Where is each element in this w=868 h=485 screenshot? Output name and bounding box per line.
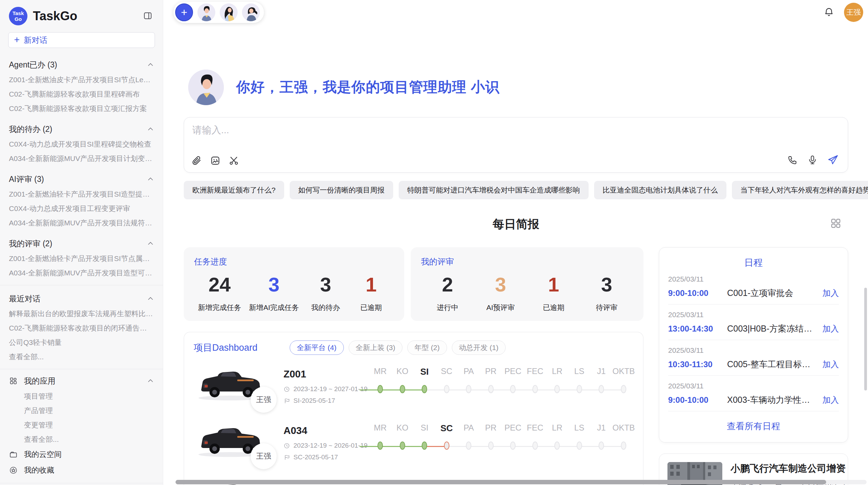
schedule-event: 2025/03/119:00-10:00C001-立项审批会加入: [668, 269, 839, 304]
project-flag: SC-2025-05-17: [284, 453, 359, 461]
notifications-button[interactable]: [823, 7, 834, 18]
milestone-node: [621, 385, 626, 393]
milestone-node: [444, 442, 449, 450]
plus-icon: +: [181, 6, 188, 19]
dashboard-header: 项目Dashboard 全新平台 (4)全新上装 (3)年型 (2)动总开发 (…: [194, 340, 634, 355]
stat-label: 已逾期: [535, 303, 572, 312]
section-title: 最近对话: [9, 294, 40, 304]
stat-value: 3: [307, 269, 345, 300]
sidebar-section-header[interactable]: Agent已办 (3): [9, 57, 154, 73]
milestone-label: MR: [369, 366, 391, 376]
stat-label: 我的待办: [307, 303, 345, 312]
chevron-up-icon: [147, 61, 154, 68]
user-name: 王强: [846, 8, 861, 17]
stat-value: 3: [588, 269, 626, 300]
sidebar-section-header[interactable]: 最近对话: [9, 291, 154, 307]
clock-icon: [284, 443, 290, 449]
dashboard-tab[interactable]: 动总开发 (1): [452, 340, 506, 355]
sidebar-item[interactable]: C02-飞腾新能源轻客改款项目的闭环通告反馈情况: [9, 321, 154, 335]
screenshot-button[interactable]: [229, 156, 239, 167]
join-link[interactable]: 加入: [822, 288, 839, 299]
avatar[interactable]: [220, 3, 238, 21]
dashboard-tab[interactable]: 年型 (2): [407, 340, 447, 355]
dashboard-tab[interactable]: 全新平台 (4): [290, 340, 344, 355]
sidebar-item[interactable]: A034-全新新能源MUV产品开发项目计划变更表编写: [9, 151, 154, 166]
shortcut-label: 我的云空间: [24, 449, 62, 460]
sidebar-item[interactable]: C02-飞腾新能源轻客改款项目立项汇报方案: [9, 101, 154, 116]
sidebar-item[interactable]: C0X4-动力总成开发项目SI里程碑提交物检查: [9, 137, 154, 151]
stat: 1已逾期: [352, 269, 390, 312]
dashboard-tab[interactable]: 全新上装 (3): [349, 340, 403, 355]
horizontal-scrollbar[interactable]: [176, 480, 826, 484]
project-row[interactable]: 王强A0342023-12-19 ~ 2026-01-19SC-2025-05-…: [194, 418, 634, 468]
sidebar-item[interactable]: C0X4-动力总成开发项目工程变更评审: [9, 201, 154, 216]
suggestion-chip[interactable]: 如何写一份清晰的项目周报: [290, 181, 393, 199]
chat-input[interactable]: [192, 123, 774, 143]
new-chat-button[interactable]: + 新对话: [8, 32, 155, 48]
app-title: TaskGo: [33, 9, 142, 23]
suggestion-chip[interactable]: 欧洲新规最近颁布了什么?: [184, 181, 284, 199]
project-dates: 2023-12-19 ~ 2027-01-19: [284, 385, 359, 393]
milestone-node: [488, 385, 494, 393]
user-avatar[interactable]: 王强: [844, 3, 863, 22]
event-date: 2025/03/11: [668, 382, 839, 390]
milestone-node: [400, 442, 405, 450]
view-all-schedule-link[interactable]: 查看所有日程: [668, 420, 839, 432]
join-link[interactable]: 加入: [822, 395, 839, 406]
sidebar-item[interactable]: 查看全部...: [9, 350, 154, 364]
sidebar-app-item[interactable]: 项目管理: [9, 389, 154, 403]
sidebar-item[interactable]: 公司Q3轻卡销量: [9, 335, 154, 350]
suggestion-chip[interactable]: 比亚迪全固态电池计划具体说了什么: [594, 181, 726, 199]
vertical-scrollbar[interactable]: [864, 288, 867, 390]
sidebar-app-item[interactable]: 产品管理: [9, 403, 154, 418]
greeting: 你好，王强，我是你的项目管理助理 小识: [188, 69, 499, 106]
sidebar-item[interactable]: A034-全新新能源MUV产品开发项目造型可行性评审: [9, 266, 154, 280]
avatar[interactable]: [242, 3, 260, 21]
sidebar-item-my-apps[interactable]: 我的应用: [9, 373, 154, 389]
sidebar-section-header[interactable]: 我的评审 (2): [9, 236, 154, 251]
sidebar-item[interactable]: Z001-全新燃油轻卡产品开发项目SI造型提交物评审: [9, 187, 154, 201]
milestone-label: PEC: [502, 366, 524, 376]
sidebar-item[interactable]: C02-飞腾新能源轻客改款项目里程碑画布: [9, 87, 154, 101]
scissors-icon: [229, 156, 239, 166]
sidebar-app-item[interactable]: 查看全部...: [9, 432, 154, 447]
sidebar-section-header[interactable]: AI评审 (3): [9, 171, 154, 187]
sidebar-section-header[interactable]: 我的待办 (2): [9, 121, 154, 137]
panel-collapse-icon: [143, 11, 153, 21]
sidebar-item-cloud[interactable]: 我的云空间: [9, 447, 154, 462]
milestone-timeline: MRKOSISCPAPRPECFECLRLSJ1OKTB: [359, 362, 634, 411]
sidebar-item[interactable]: A034-全新新能源MUV产品开发项目法规符合性评审: [9, 216, 154, 230]
avatar-illustration: [220, 3, 238, 21]
milestone-label: FEC: [524, 366, 546, 376]
divider: [0, 369, 163, 369]
suggestion-chip[interactable]: 特朗普可能对进口汽车增税会对中国车企造成哪些影响: [399, 181, 589, 199]
avatar[interactable]: [197, 3, 215, 21]
project-row[interactable]: 王强Z0012023-12-19 ~ 2027-01-19SI-2025-05-…: [194, 362, 634, 411]
suggestion-chip[interactable]: 当下年轻人对汽车外观有怎样的喜好趋势: [732, 181, 868, 199]
layout-toggle-button[interactable]: [830, 217, 842, 231]
project-code: Z001: [284, 369, 359, 380]
milestone-label: PR: [480, 366, 502, 376]
milestone-node: [444, 385, 449, 393]
sidebar-item[interactable]: 解释最新出台的欧盟报废车法规再生塑料比例被调至15%...: [9, 307, 154, 321]
sidebar-item[interactable]: Z001-全新燃油皮卡产品开发项目SI节点Lesson Learn报告: [9, 73, 154, 87]
voice-call-button[interactable]: [787, 155, 798, 166]
image-upload-button[interactable]: [210, 156, 220, 167]
microphone-button[interactable]: [807, 155, 818, 166]
join-link[interactable]: 加入: [822, 323, 839, 334]
milestone-label: SI: [413, 366, 436, 377]
dashboard-tabs: 全新平台 (4)全新上装 (3)年型 (2)动总开发 (1): [290, 340, 506, 355]
send-button[interactable]: [827, 154, 839, 167]
sidebar-item[interactable]: Z001-全新燃油轻卡产品开发项目SI节点属性5D文件评审: [9, 251, 154, 266]
flag-milestone: SI-2025-05-17: [293, 397, 335, 405]
event-date: 2025/03/11: [668, 346, 839, 355]
sidebar-collapse-button[interactable]: [142, 10, 154, 23]
attach-button[interactable]: [192, 156, 202, 167]
stat: 3我的待办: [307, 269, 345, 312]
add-session-button[interactable]: +: [175, 3, 193, 21]
event-name: C005-整车工程目标评审: [727, 359, 818, 370]
sidebar-app-item[interactable]: 变更管理: [9, 418, 154, 432]
join-link[interactable]: 加入: [822, 359, 839, 370]
sidebar-item-star[interactable]: 我的收藏: [9, 462, 154, 478]
card-title: 任务进度: [194, 256, 394, 267]
